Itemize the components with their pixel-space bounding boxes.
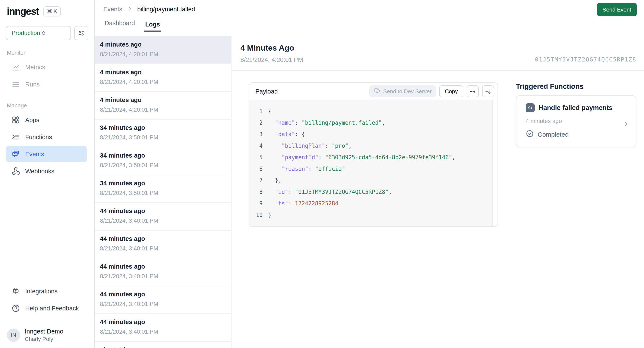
sidebar-item-functions[interactable]: Functions <box>6 128 87 146</box>
breadcrumb-current: billing/payment.failed <box>137 6 195 13</box>
event-list-item[interactable]: 34 minutes ago 8/21/2024, 3:50:01 PM <box>95 175 231 203</box>
copy-button[interactable]: Copy <box>439 86 463 97</box>
code-line: 3 "data": { <box>250 128 498 140</box>
event-list-item[interactable]: 44 minutes ago 8/21/2024, 3:40:01 PM <box>95 314 231 342</box>
function-code-icon <box>526 103 535 112</box>
code-scrollbar[interactable] <box>492 100 498 226</box>
event-list: 4 minutes ago 8/21/2024, 4:20:01 PM 4 mi… <box>95 36 232 348</box>
sidebar-item-webhooks[interactable]: Webhooks <box>6 163 87 180</box>
event-list-item[interactable]: 34 minutes ago 8/21/2024, 3:50:01 PM <box>95 147 231 175</box>
event-list-item[interactable]: 44 minutes ago 8/21/2024, 3:40:01 PM <box>95 230 231 258</box>
event-relative-time: 44 minutes ago <box>100 291 226 298</box>
sidebar-item-integrations[interactable]: Integrations <box>6 283 87 300</box>
event-list-item[interactable]: 34 minutes ago 8/21/2024, 3:50:01 PM <box>95 120 231 147</box>
sidebar-section-monitor: Monitor <box>0 50 94 56</box>
code-line: 9 "ts": 1724228925284 <box>250 198 498 209</box>
payload-code[interactable]: 1{2 "name": "billing/payment.failed",3 "… <box>250 100 498 226</box>
event-relative-time: 44 minutes ago <box>100 235 226 242</box>
code-line: 10} <box>250 209 498 221</box>
inngest-logo[interactable]: inngest <box>7 6 39 17</box>
chevron-up-down-icon <box>40 30 66 36</box>
event-title: 4 Minutes Ago <box>240 44 636 52</box>
event-relative-time: 34 minutes ago <box>100 124 226 131</box>
event-absolute-time: 8/21/2024, 3:40:01 PM <box>100 245 226 252</box>
event-id: 01J5TMY3VJTZ2QG74QCC5RP1Z8 <box>535 56 636 63</box>
avatar: IN <box>7 328 20 342</box>
event-absolute-time: 8/21/2024, 3:50:01 PM <box>100 134 226 141</box>
chevron-right-icon <box>622 120 630 130</box>
webhook-icon <box>12 167 20 176</box>
send-to-dev-server-button[interactable]: Send to Dev Server <box>370 86 436 97</box>
triggered-functions-title: Triggered Functions <box>516 82 636 90</box>
apps-shapes-icon <box>12 116 20 124</box>
event-relative-time: about 1 hour ago <box>100 346 226 348</box>
triggered-function-card[interactable]: Handle failed payments 4 minutes ago Com… <box>516 95 636 147</box>
function-run-time: 4 minutes ago <box>526 118 629 124</box>
tab-logs[interactable]: Logs <box>144 21 161 32</box>
event-absolute-time: 8/21/2024, 4:20:01 PM <box>100 51 226 58</box>
runs-list-icon <box>12 80 20 88</box>
sliders-icon <box>78 30 85 37</box>
sidebar-item-apps[interactable]: Apps <box>6 112 87 128</box>
event-absolute-time: 8/21/2024, 3:40:01 PM <box>100 218 226 224</box>
event-absolute-time: 8/21/2024, 3:50:01 PM <box>100 162 226 169</box>
tabs: Dashboard Logs <box>103 17 644 32</box>
event-list-item[interactable]: 44 minutes ago 8/21/2024, 3:40:01 PM <box>95 258 231 286</box>
code-line: 1{ <box>250 106 498 117</box>
scroll-to-bottom-button[interactable] <box>482 86 494 97</box>
events-icon <box>12 150 20 158</box>
function-status: Completed <box>538 131 568 138</box>
code-line: 4 "billingPlan": "pro", <box>250 140 498 152</box>
event-relative-time: 44 minutes ago <box>100 208 226 214</box>
sidebar-item-events[interactable]: Events <box>6 146 87 162</box>
event-list-item[interactable]: 44 minutes ago 8/21/2024, 3:40:01 PM <box>95 286 231 314</box>
event-absolute-time: 8/21/2024, 3:40:01 PM <box>100 301 226 308</box>
breadcrumb-events-link[interactable]: Events <box>103 6 122 13</box>
code-line: 2 "name": "billing/payment.failed", <box>250 117 498 128</box>
environment-settings-button[interactable] <box>74 26 88 40</box>
event-list-item[interactable]: 4 minutes ago 8/21/2024, 4:20:01 PM <box>95 64 231 92</box>
event-relative-time: 34 minutes ago <box>100 152 226 159</box>
command-icon: ⌘ <box>47 8 52 14</box>
user-name: Charly Poly <box>25 336 64 342</box>
event-list-item[interactable]: 4 minutes ago 8/21/2024, 4:20:01 PM <box>95 36 231 64</box>
plug-icon <box>12 287 20 296</box>
app-window: inngest ⌘K Production Monitor <box>0 0 644 348</box>
event-detail: 4 Minutes Ago 8/21/2024, 4:20:01 PM 01J5… <box>232 36 644 348</box>
code-line: 7 }, <box>250 175 498 186</box>
event-list-item[interactable]: 4 minutes ago 8/21/2024, 4:20:01 PM <box>95 92 231 120</box>
sidebar-section-manage: Manage <box>0 102 94 109</box>
event-absolute-time: 8/21/2024, 3:40:01 PM <box>100 273 226 280</box>
function-name: Handle failed payments <box>538 104 612 112</box>
code-line: 5 "paymentId": "6303d925-cda5-4d64-8b2e-… <box>250 152 498 163</box>
code-line: 6 "reason": "officia" <box>250 163 498 175</box>
lines-arrow-down-icon <box>485 88 491 94</box>
sidebar-item-help-and-feedback[interactable]: Help and Feedback <box>6 300 87 317</box>
sidebar-item-metrics[interactable]: Metrics <box>6 59 87 76</box>
event-relative-time: 34 minutes ago <box>100 180 226 187</box>
payload-title: Payload <box>256 88 370 95</box>
command-k-shortcut[interactable]: ⌘K <box>43 6 61 16</box>
event-absolute-time: 8/21/2024, 3:50:01 PM <box>100 190 226 196</box>
event-absolute-time: 8/21/2024, 4:20:01 PM <box>100 106 226 113</box>
environment-value: Production <box>12 30 40 36</box>
sidebar-item-runs[interactable]: Runs <box>6 76 87 93</box>
help-circle-icon <box>12 304 20 312</box>
tab-dashboard[interactable]: Dashboard <box>103 20 136 32</box>
payload-card: Payload Send to Dev Server Copy <box>249 82 498 227</box>
event-absolute-time: 8/21/2024, 4:20:01 PM <box>100 79 226 86</box>
user-menu[interactable]: IN Inngest Demo Charly Poly <box>0 322 94 348</box>
send-event-button[interactable]: Send Event <box>597 3 637 16</box>
breadcrumb: Events billing/payment.failed <box>103 6 644 13</box>
sidebar: inngest ⌘K Production Monitor <box>0 0 95 348</box>
check-circle-icon <box>526 130 534 139</box>
event-relative-time: 4 minutes ago <box>100 69 226 76</box>
environment-select[interactable]: Production <box>6 26 71 40</box>
event-relative-time: 4 minutes ago <box>100 41 226 48</box>
event-relative-time: 4 minutes ago <box>100 96 226 104</box>
event-list-item[interactable]: 44 minutes ago 8/21/2024, 3:40:01 PM <box>95 203 231 230</box>
event-list-item[interactable]: about 1 hour ago <box>95 342 231 348</box>
event-relative-time: 44 minutes ago <box>100 318 226 326</box>
word-wrap-button[interactable] <box>467 86 479 97</box>
cloud-download-icon <box>374 88 380 96</box>
